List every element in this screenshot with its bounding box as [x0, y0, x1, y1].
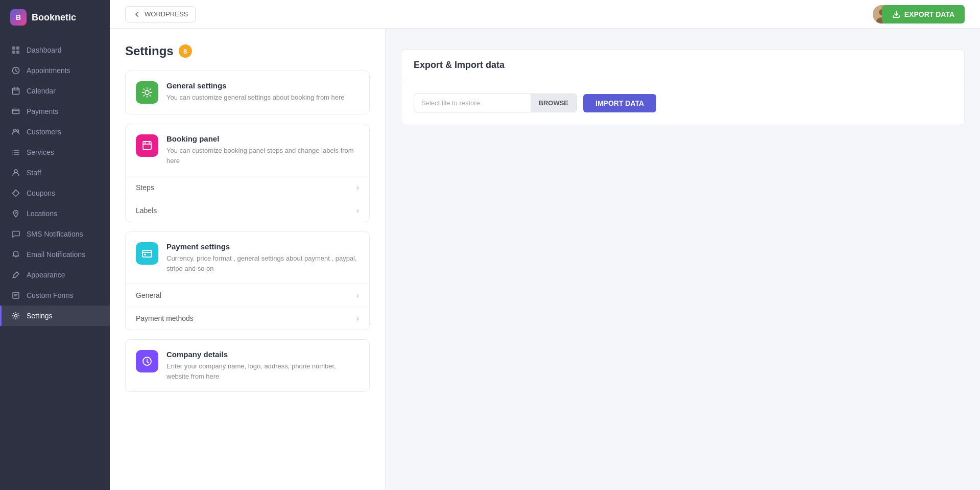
- general-settings-title: General settings: [166, 81, 359, 90]
- svg-rect-6: [13, 109, 19, 114]
- import-export-body: Select file to restore BROWSE IMPORT DAT…: [401, 81, 964, 125]
- company-details-card: Company details Enter your company name,…: [125, 339, 370, 392]
- app-name: Booknetic: [32, 12, 76, 23]
- sidebar-item-coupons-label: Coupons: [27, 189, 55, 197]
- svg-rect-3: [16, 51, 19, 54]
- svg-rect-18: [143, 142, 151, 150]
- settings-badge: 8: [179, 44, 192, 58]
- sidebar-item-staff[interactable]: Staff: [0, 162, 110, 183]
- sidebar-item-payments[interactable]: Payments: [0, 101, 110, 122]
- svg-rect-19: [142, 250, 152, 257]
- svg-point-11: [15, 212, 17, 214]
- svg-rect-2: [12, 51, 15, 54]
- content-area: Settings 8 General settings You can cust…: [110, 29, 980, 490]
- sidebar-item-sms-notifications[interactable]: SMS Notifications: [0, 224, 110, 244]
- sidebar-item-customers[interactable]: Customers: [0, 122, 110, 142]
- sidebar-item-services-label: Services: [27, 148, 54, 156]
- svg-rect-20: [144, 254, 146, 255]
- import-data-button[interactable]: IMPORT DATA: [583, 94, 656, 112]
- svg-point-9: [14, 170, 17, 173]
- payment-settings-icon: [136, 242, 158, 265]
- sidebar-item-customers-label: Customers: [27, 128, 61, 136]
- steps-row[interactable]: Steps ›: [126, 176, 369, 199]
- steps-chevron: ›: [356, 183, 359, 192]
- general-settings-card: General settings You can customize gener…: [125, 71, 370, 114]
- sidebar-item-appearance-label: Appearance: [27, 271, 65, 279]
- payment-methods-chevron: ›: [356, 314, 359, 322]
- payment-settings-card: Payment settings Currency, price format …: [125, 231, 370, 330]
- sidebar-item-calendar[interactable]: Calendar: [0, 81, 110, 101]
- sidebar-item-dashboard-label: Dashboard: [27, 46, 62, 54]
- booking-panel-content: Booking panel You can customize booking …: [166, 134, 359, 166]
- company-details-icon: [136, 350, 158, 372]
- sidebar-item-email-notifications[interactable]: Email Notifications: [0, 244, 110, 265]
- sidebar-item-appointments-label: Appointments: [27, 66, 70, 75]
- svg-rect-1: [16, 46, 19, 50]
- steps-label: Steps: [136, 183, 154, 192]
- payment-settings-desc: Currency, price format , general setting…: [166, 253, 359, 273]
- payment-settings-title: Payment settings: [166, 242, 359, 251]
- sidebar-item-dashboard[interactable]: Dashboard: [0, 40, 110, 60]
- back-arrow-icon: [133, 10, 141, 18]
- sidebar-item-services[interactable]: Services: [0, 142, 110, 162]
- credit-card-icon: [11, 107, 20, 116]
- sidebar-nav: Dashboard Appointments Calendar: [0, 35, 110, 490]
- payment-methods-row[interactable]: Payment methods ›: [126, 307, 369, 330]
- settings-panel: Settings 8 General settings You can cust…: [110, 29, 386, 490]
- location-icon: [11, 209, 20, 218]
- sidebar-item-custom-forms-label: Custom Forms: [27, 291, 74, 299]
- labels-label: Labels: [136, 206, 157, 215]
- form-icon: [11, 291, 20, 300]
- svg-point-7: [14, 129, 16, 132]
- company-details-desc: Enter your company name, logo, address, …: [166, 361, 359, 381]
- topbar: WORDPRESS Hello, Mark Velmiskin: [110, 0, 980, 29]
- chat-icon: [11, 229, 20, 239]
- gear-icon: [11, 311, 20, 320]
- grid-icon: [11, 45, 20, 55]
- sidebar-item-calendar-label: Calendar: [27, 87, 56, 95]
- general-settings-content: General settings You can customize gener…: [166, 81, 359, 103]
- labels-row[interactable]: Labels ›: [126, 199, 369, 222]
- payment-general-chevron: ›: [356, 291, 359, 299]
- general-settings-icon: [136, 81, 158, 104]
- company-details-title: Company details: [166, 350, 359, 359]
- sidebar-item-settings-label: Settings: [27, 312, 53, 320]
- svg-point-10: [14, 192, 15, 193]
- import-export-title: Export & Import data: [414, 60, 952, 71]
- users-icon: [11, 127, 20, 136]
- wordpress-button[interactable]: WORDPRESS: [125, 6, 196, 22]
- logo-area: B Booknetic: [0, 0, 110, 35]
- main-area: WORDPRESS Hello, Mark Velmiskin Settings…: [110, 0, 980, 490]
- sidebar-item-settings[interactable]: Settings: [0, 306, 110, 326]
- sidebar-item-staff-label: Staff: [27, 169, 41, 177]
- sidebar-item-locations[interactable]: Locations: [0, 203, 110, 224]
- payment-methods-label: Payment methods: [136, 314, 194, 322]
- booking-panel-card: Booking panel You can customize booking …: [125, 124, 370, 222]
- company-details-content: Company details Enter your company name,…: [166, 350, 359, 381]
- browse-button[interactable]: BROWSE: [531, 94, 577, 112]
- tag-icon: [11, 189, 20, 198]
- payment-general-row[interactable]: General ›: [126, 284, 369, 307]
- svg-rect-0: [12, 46, 15, 50]
- person-icon: [11, 168, 20, 177]
- sidebar-item-appearance[interactable]: Appearance: [0, 265, 110, 285]
- company-details-header[interactable]: Company details Enter your company name,…: [126, 340, 369, 391]
- svg-point-13: [15, 315, 17, 317]
- booking-panel-header[interactable]: Booking panel You can customize booking …: [126, 124, 369, 176]
- sidebar-item-sms-label: SMS Notifications: [27, 230, 83, 238]
- sidebar-item-coupons[interactable]: Coupons: [0, 183, 110, 203]
- svg-rect-5: [13, 88, 19, 95]
- payment-settings-header[interactable]: Payment settings Currency, price format …: [126, 232, 369, 284]
- calendar-icon: [11, 86, 20, 96]
- sidebar-item-custom-forms[interactable]: Custom Forms: [0, 285, 110, 306]
- import-export-header: Export & Import data: [401, 50, 964, 81]
- file-placeholder-text: Select file to restore: [414, 94, 531, 112]
- bell-icon: [11, 250, 20, 259]
- general-settings-header[interactable]: General settings You can customize gener…: [126, 71, 369, 114]
- sidebar-item-appointments[interactable]: Appointments: [0, 60, 110, 81]
- logo-icon: B: [10, 9, 27, 26]
- right-panel: EXPORT DATA Export & Import data Select …: [386, 29, 980, 490]
- clock-icon: [11, 66, 20, 75]
- labels-chevron: ›: [356, 206, 359, 215]
- sidebar-item-email-label: Email Notifications: [27, 250, 85, 259]
